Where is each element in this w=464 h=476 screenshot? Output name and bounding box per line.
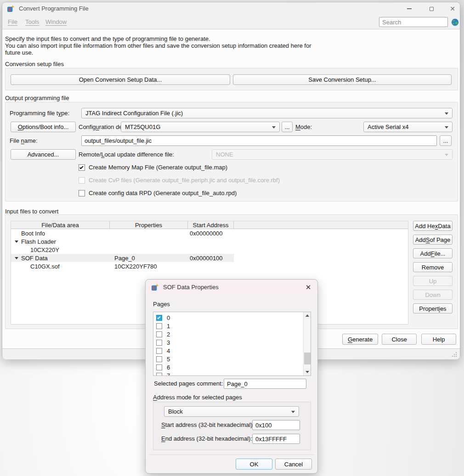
page-item-7[interactable]: 7	[153, 371, 311, 376]
close-icon: ✕	[450, 5, 455, 12]
scroll-down-icon	[306, 371, 309, 373]
page-checkbox-0[interactable]	[156, 315, 162, 321]
start-address-label: Start address (32-bit hexadecimal):	[161, 420, 254, 430]
add-hex-data-button[interactable]: Add Hex Data	[413, 221, 453, 231]
desktop-background: Convert Programming File ✕ File Tools Wi…	[0, 0, 464, 476]
scroll-down-button[interactable]	[304, 369, 311, 375]
pages-list: 0 1 2 3 4 5 6 7	[153, 312, 311, 376]
file-browse-button[interactable]: ...	[440, 135, 452, 146]
page-checkbox-4[interactable]	[156, 348, 162, 354]
dropdown-arrow-icon	[445, 154, 448, 156]
table-row-sof-data[interactable]: SOF Data Page_0 0x00000100	[11, 254, 408, 262]
page-item-3[interactable]: 3	[153, 338, 311, 347]
maximize-button[interactable]	[424, 3, 439, 14]
selected-pages-comment-label: Selected pages comment:	[154, 379, 223, 389]
resize-grip-icon[interactable]	[452, 352, 457, 357]
menu-window[interactable]: Window	[45, 17, 67, 27]
table-row-c10gx-sof[interactable]: C10GX.sof 10CX220YF780	[11, 262, 408, 270]
menu-tools[interactable]: Tools	[25, 17, 39, 27]
page-checkbox-5[interactable]	[156, 356, 162, 362]
expander-icon[interactable]	[15, 257, 18, 259]
close-button[interactable]: ✕	[445, 3, 460, 14]
end-address-label: End address (32-bit hexadecimal):	[161, 434, 252, 444]
scroll-up-icon	[306, 314, 309, 317]
page-checkbox-2[interactable]	[156, 331, 162, 337]
menu-file[interactable]: File	[8, 17, 17, 27]
address-mode-label: Address mode for selected pages	[153, 392, 242, 403]
table-row-10cx220y[interactable]: 10CX220Y	[11, 246, 408, 254]
sof-data-properties-dialog: SOF Data Properties ✕ Pages 0 1 2 3 4 5 …	[145, 279, 318, 474]
file-type-label: Programming file type:	[10, 108, 69, 118]
scrollbar-thumb[interactable]	[304, 353, 311, 364]
column-header-file-data-area: File/Data area	[11, 221, 110, 229]
search-input[interactable]	[379, 17, 448, 27]
create-memory-map-label: Create Memory Map File (Generate output_…	[89, 164, 227, 171]
menu-bar: File Tools Window	[2, 15, 460, 29]
page-item-1[interactable]: 1	[153, 322, 311, 330]
page-item-5[interactable]: 5	[153, 355, 311, 363]
maximize-icon	[430, 7, 434, 11]
dialog-title: SOF Data Properties	[163, 280, 219, 295]
page-checkbox-1[interactable]	[156, 323, 162, 329]
page-item-6[interactable]: 6	[153, 363, 311, 371]
mode-select[interactable]: Active Serial x4	[363, 122, 453, 132]
advanced-button[interactable]: Advanced...	[11, 149, 76, 160]
pages-scrollbar[interactable]	[303, 312, 311, 375]
cancel-button[interactable]: Cancel	[275, 459, 312, 470]
device-browse-button[interactable]: ...	[282, 122, 293, 132]
close-dialog-button[interactable]: Close	[382, 334, 417, 345]
page-checkbox-3[interactable]	[156, 340, 162, 346]
save-conversion-setup-button[interactable]: Save Conversion Setup...	[233, 74, 452, 85]
dropdown-arrow-icon	[291, 411, 295, 413]
create-cvp-files-label: Create CvP files (Generate output_file.p…	[89, 177, 280, 184]
remove-button[interactable]: Remove	[413, 262, 453, 272]
table-row-boot-info[interactable]: Boot Info 0x00000000	[11, 229, 408, 237]
intro-line-1: Specify the input files to convert and t…	[5, 35, 210, 42]
help-button[interactable]: Help	[421, 334, 456, 345]
ok-button[interactable]: OK	[236, 459, 272, 470]
dropdown-arrow-icon	[445, 112, 448, 115]
up-button: Up	[413, 276, 453, 286]
add-file-button[interactable]: Add File...	[413, 248, 453, 258]
table-header-row: File/Data area Properties Start Address	[11, 221, 408, 229]
create-config-rpd-checkbox[interactable]	[79, 190, 85, 196]
check-icon	[79, 165, 83, 169]
open-conversion-setup-button[interactable]: Open Conversion Setup Data...	[11, 74, 230, 85]
create-memory-map-checkbox[interactable]	[79, 164, 85, 171]
file-type-select[interactable]: JTAG Indirect Configuration File (.jic)	[81, 108, 453, 118]
dialog-close-button[interactable]: ✕	[302, 282, 315, 293]
minimize-icon	[407, 8, 412, 9]
page-item-4[interactable]: 4	[153, 347, 311, 355]
globe-icon[interactable]	[451, 18, 459, 26]
column-header-start-address: Start Address	[188, 221, 234, 229]
end-address-input[interactable]	[252, 434, 300, 444]
page-item-2[interactable]: 2	[153, 330, 311, 338]
dialog-separator	[149, 454, 315, 455]
generate-button[interactable]: Generate	[342, 334, 378, 345]
column-header-filler	[234, 221, 408, 229]
configuration-device-select[interactable]: MT25QU01G	[121, 122, 280, 132]
properties-button[interactable]: Properties	[413, 303, 453, 314]
minimize-button[interactable]	[402, 3, 417, 14]
options-boot-info-button[interactable]: Options/Boot info...	[11, 122, 76, 132]
create-cvp-files-checkbox	[79, 177, 85, 184]
page-checkbox-6[interactable]	[156, 364, 162, 370]
page-checkbox-7[interactable]	[156, 373, 162, 376]
expander-icon[interactable]	[15, 241, 18, 243]
window-title: Convert Programming File	[19, 2, 89, 15]
add-sof-page-button[interactable]: Add Sof Page	[413, 235, 453, 245]
scroll-up-button[interactable]	[304, 312, 311, 319]
pages-label: Pages	[153, 301, 170, 308]
file-name-input[interactable]	[81, 135, 437, 146]
page-item-0[interactable]: 0	[153, 314, 311, 322]
remote-update-select: NONE	[212, 149, 453, 160]
file-name-label: File name:	[10, 135, 38, 146]
selected-pages-comment-input[interactable]	[224, 379, 306, 389]
app-icon	[151, 284, 159, 291]
column-header-properties: Properties	[110, 221, 188, 229]
start-address-input[interactable]	[252, 420, 300, 430]
table-row-flash-loader[interactable]: Flash Loader	[11, 237, 408, 246]
address-mode-select[interactable]: Block	[164, 406, 299, 417]
dropdown-arrow-icon	[272, 126, 276, 129]
close-icon: ✕	[306, 283, 311, 291]
